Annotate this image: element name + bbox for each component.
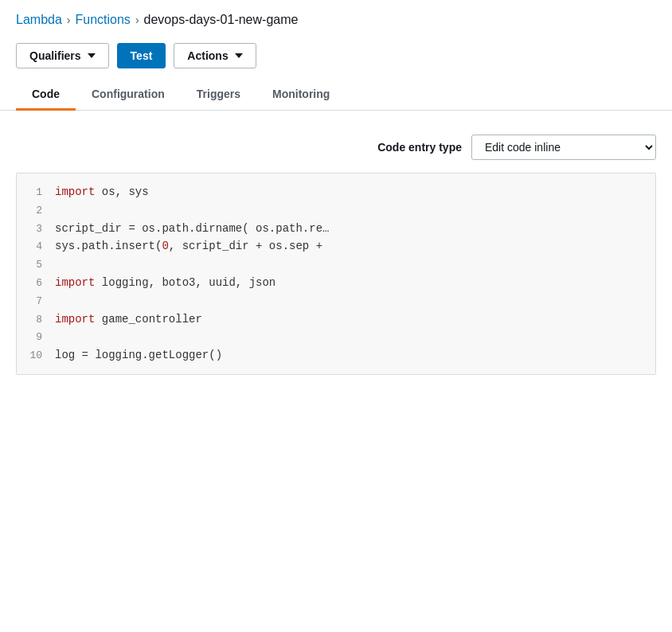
tab-configuration[interactable]: Configuration [76, 80, 181, 111]
code-line-6: 6 import logging, boto3, uuid, json [17, 274, 655, 292]
content-area: Code entry type Edit code inline Upload … [0, 111, 672, 375]
line-num-7: 7 [17, 294, 55, 310]
breadcrumb: Lambda › Functions › devops-days-01-new-… [0, 0, 672, 35]
line-content-8: import game_controller [55, 310, 202, 328]
line-num-6: 6 [17, 275, 55, 292]
code-entry-type-label: Code entry type [377, 141, 462, 154]
line-num-9: 9 [17, 330, 55, 346]
tab-code[interactable]: Code [16, 80, 76, 111]
code-line-4: 4 sys.path.insert(0, script_dir + os.sep… [17, 237, 655, 256]
code-entry-type-select[interactable]: Edit code inline Upload a .zip file Uplo… [471, 135, 656, 160]
line-num-4: 4 [17, 239, 55, 256]
toolbar: Qualifiers Test Actions [0, 35, 672, 68]
code-editor[interactable]: 1 import os, sys 2 3 script_dir = os.pat… [16, 173, 656, 375]
line-content-3: script_dir = os.path.dirname( os.path.re… [55, 220, 329, 237]
tabs-container: Code Configuration Triggers Monitoring [0, 80, 672, 111]
breadcrumb-functions[interactable]: Functions [76, 13, 131, 27]
breadcrumb-lambda[interactable]: Lambda [16, 13, 62, 27]
code-line-1: 1 import os, sys [17, 183, 655, 201]
breadcrumb-current: devops-days-01-new-game [144, 13, 299, 27]
code-line-10: 10 log = logging.getLogger() [17, 346, 655, 365]
line-num-5: 5 [17, 257, 55, 274]
breadcrumb-sep-2: › [135, 14, 139, 26]
tab-monitoring[interactable]: Monitoring [256, 80, 346, 111]
test-label: Test [131, 49, 153, 62]
code-entry-row: Code entry type Edit code inline Upload … [16, 127, 656, 173]
actions-label: Actions [187, 49, 228, 62]
line-num-2: 2 [17, 203, 55, 220]
line-num-1: 1 [17, 185, 55, 201]
qualifiers-label: Qualifiers [29, 49, 81, 62]
code-line-7: 7 [17, 292, 655, 310]
tab-triggers[interactable]: Triggers [181, 80, 256, 111]
code-line-2: 2 [17, 201, 655, 220]
code-line-3: 3 script_dir = os.path.dirname( os.path.… [17, 220, 655, 238]
line-content-7 [55, 292, 61, 310]
line-content-5 [55, 256, 61, 273]
actions-button[interactable]: Actions [174, 43, 256, 68]
line-content-9 [55, 328, 61, 345]
test-button[interactable]: Test [117, 43, 166, 68]
line-content-1: import os, sys [55, 183, 149, 201]
code-line-5: 5 [17, 256, 655, 274]
code-line-8: 8 import game_controller [17, 310, 655, 329]
actions-chevron-icon [235, 53, 243, 58]
line-content-10: log = logging.getLogger() [55, 346, 222, 364]
line-num-10: 10 [17, 348, 55, 365]
qualifiers-chevron-icon [88, 53, 96, 58]
line-content-4: sys.path.insert(0, script_dir + os.sep + [55, 237, 322, 255]
line-num-8: 8 [17, 312, 55, 329]
qualifiers-button[interactable]: Qualifiers [16, 43, 109, 68]
line-content-6: import logging, boto3, uuid, json [55, 274, 275, 291]
code-line-9: 9 [17, 328, 655, 346]
line-num-3: 3 [17, 221, 55, 238]
breadcrumb-sep-1: › [67, 14, 71, 26]
line-content-2 [55, 201, 61, 219]
